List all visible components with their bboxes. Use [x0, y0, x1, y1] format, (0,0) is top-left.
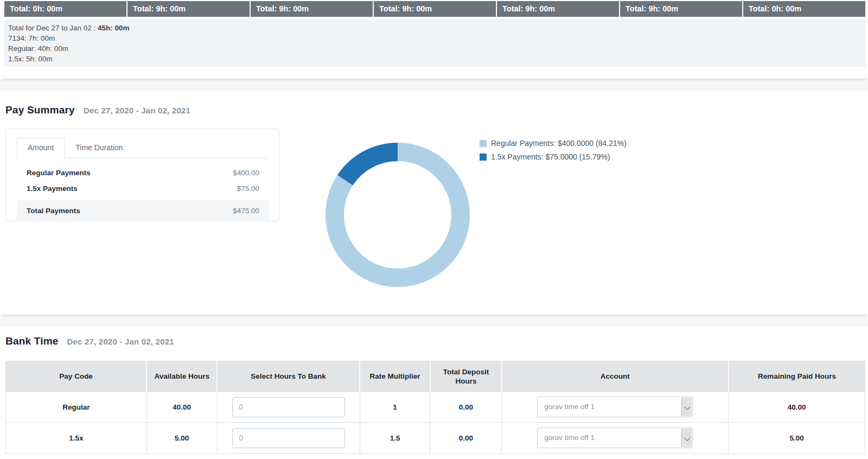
pay-code-cell: Regular [6, 392, 147, 423]
section-divider [0, 80, 868, 91]
bank-time-date-range: Dec 27, 2020 - Jan 02, 2021 [67, 337, 174, 346]
account-cell: gorav time off 1 [502, 392, 729, 423]
bank-hours-input-regular[interactable] [232, 397, 345, 417]
available-hours-cell: 5.00 [146, 423, 217, 454]
pay-summary-header: Pay Summary Dec 27, 2020 - Jan 02, 2021 [5, 104, 190, 116]
chart-legend: Regular Payments: $400.0000 (84.21%) 1.5… [480, 139, 627, 166]
bank-time-table-wrap: Pay Code Available Hours Select Hours To… [5, 361, 865, 454]
day-total-cell: Total: 9h: 00m [251, 1, 373, 17]
bank-time-title: Bank Time [5, 335, 59, 347]
day-total-cell: Total: 9h: 00m [374, 1, 496, 17]
legend-swatch-regular [480, 140, 487, 147]
pay-row-regular: Regular Payments $400.00 [27, 165, 259, 181]
chevron-down-icon[interactable] [681, 398, 692, 416]
pay-row-value: $400.00 [233, 169, 259, 177]
col-header-pay-code: Pay Code [6, 361, 147, 392]
account-select-value: gorav time off 1 [538, 397, 692, 417]
bank-row-regular: Regular 40.00 1 0.00 gorav time off 1 40… [6, 392, 865, 423]
week-summary-panel: Total for Dec 27 to Jan 02 : 45h: 00m 71… [4, 19, 865, 67]
bank-time-table: Pay Code Available Hours Select Hours To… [5, 361, 865, 454]
col-header-total-deposit: Total Deposit Hours [430, 361, 502, 392]
total-deposit-cell: 0.00 [430, 392, 502, 423]
day-totals-bar: Total: 0h: 00m Total: 9h: 00m Total: 9h:… [4, 1, 865, 17]
pay-row-value: $75.00 [237, 184, 259, 193]
remaining-paid-cell: 40.00 [729, 392, 865, 423]
pay-row-total: Total Payments $475.00 [17, 200, 269, 221]
col-header-remaining-paid: Remaining Paid Hours [729, 361, 865, 392]
col-header-select-hours: Select Hours To Bank [217, 361, 360, 392]
legend-item-15x[interactable]: 1.5x Payments: $75.0000 (15.79%) [480, 152, 627, 161]
account-select-value: gorav time off 1 [538, 428, 692, 448]
pay-summary-card: Amount Time Duration Regular Payments $4… [5, 129, 279, 221]
total-payments-value: $475.00 [233, 207, 259, 215]
chevron-down-icon[interactable] [681, 429, 692, 447]
day-total-cell: Total: 0h: 00m [743, 1, 865, 17]
bank-row-15x: 1.5x 5.00 1.5 0.00 gorav time off 1 5.00 [6, 423, 865, 454]
legend-item-regular[interactable]: Regular Payments: $400.0000 (84.21%) [480, 139, 627, 148]
tab-time-duration[interactable]: Time Duration [65, 138, 133, 158]
pay-summary-rows: Regular Payments $400.00 1.5x Payments $… [6, 158, 279, 221]
total-payments-label: Total Payments [27, 207, 80, 215]
pay-row-label: 1.5x Payments [27, 184, 78, 193]
day-total-cell: Total: 9h: 00m [497, 1, 619, 17]
section-divider [0, 316, 868, 327]
pay-summary-section: Pay Summary Dec 27, 2020 - Jan 02, 2021 … [0, 91, 868, 316]
account-select-15x[interactable]: gorav time off 1 [537, 428, 693, 448]
remaining-paid-cell: 5.00 [729, 423, 865, 454]
account-select-regular[interactable]: gorav time off 1 [537, 397, 693, 417]
bank-time-section: Bank Time Dec 27, 2020 - Jan 02, 2021 Pa… [0, 327, 868, 459]
week-total-line: Total for Dec 27 to Jan 02 : 45h: 00m [8, 23, 860, 33]
week-total-value: 45h: 00m [98, 24, 130, 32]
day-total-cell: Total: 0h: 00m [4, 1, 126, 17]
day-total-cell: Total: 9h: 00m [127, 1, 250, 17]
paycode-15x-line: 1.5x: 5h: 00m [8, 54, 860, 64]
pay-row-15x: 1.5x Payments $75.00 [27, 181, 259, 196]
pay-summary-tabs: Amount Time Duration [17, 138, 268, 158]
legend-label-15x: 1.5x Payments: $75.0000 (15.79%) [491, 152, 610, 161]
account-cell: gorav time off 1 [502, 423, 729, 454]
pay-code-cell: 1.5x [6, 423, 147, 454]
bank-time-header: Bank Time Dec 27, 2020 - Jan 02, 2021 [5, 335, 174, 347]
legend-swatch-15x [480, 154, 487, 161]
paycode-regular-line: Regular: 40h: 00m [8, 43, 860, 54]
donut-svg [326, 143, 470, 287]
bank-hours-cell [217, 423, 360, 454]
pay-summary-title: Pay Summary [5, 104, 75, 116]
paycode-7134-line: 7134: 7h: 00m [8, 33, 860, 43]
bank-table-header-row: Pay Code Available Hours Select Hours To… [6, 361, 865, 392]
payments-donut-chart [326, 143, 470, 287]
pay-row-label: Regular Payments [27, 169, 91, 177]
col-header-available-hours: Available Hours [146, 361, 217, 392]
col-header-account: Account [502, 361, 729, 392]
bank-hours-input-15x[interactable] [232, 428, 345, 448]
bank-hours-cell [217, 392, 360, 423]
total-deposit-cell: 0.00 [430, 423, 502, 454]
rate-multiplier-cell: 1.5 [360, 423, 430, 454]
col-header-rate-multiplier: Rate Multiplier [360, 361, 430, 392]
pay-summary-date-range: Dec 27, 2020 - Jan 02, 2021 [84, 106, 190, 115]
rate-multiplier-cell: 1 [360, 392, 430, 423]
available-hours-cell: 40.00 [146, 392, 217, 423]
day-total-cell: Total: 9h: 00m [620, 1, 742, 17]
tab-amount[interactable]: Amount [17, 138, 65, 158]
legend-label-regular: Regular Payments: $400.0000 (84.21%) [491, 139, 627, 148]
